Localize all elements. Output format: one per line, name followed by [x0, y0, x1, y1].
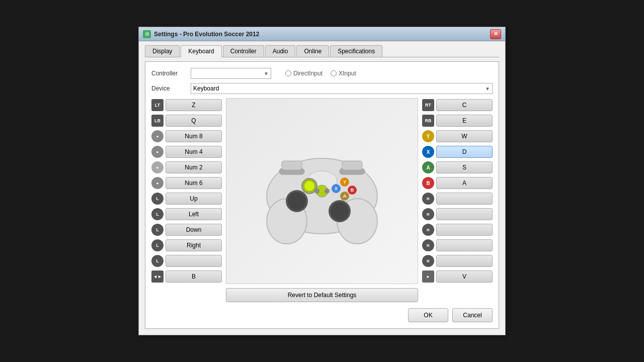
b-row: B A: [422, 176, 493, 190]
xinput-radio[interactable]: [331, 70, 337, 76]
rt-key[interactable]: C: [436, 99, 493, 111]
l-extra-row: L: [151, 254, 222, 268]
lb-icon: LB: [151, 115, 164, 127]
lt-icon: LT: [151, 99, 164, 111]
left-controls: LT Z LB Q ● Num 8 ●: [151, 98, 222, 302]
device-arrow-icon: ▼: [485, 86, 490, 92]
x-key[interactable]: D: [436, 146, 493, 158]
b-icon: B: [422, 177, 434, 189]
l-right-key[interactable]: Right: [166, 239, 222, 251]
title-bar-left: ⚙ Settings - Pro Evolution Soccer 2012: [143, 30, 259, 38]
dpad-key[interactable]: B: [166, 270, 222, 283]
tab-online[interactable]: Online: [296, 45, 329, 57]
l-right-icon: L: [151, 239, 164, 251]
r4-row: R: [422, 238, 493, 252]
controller-svg: X Y B A: [252, 131, 392, 251]
bottom-buttons: OK Cancel: [151, 308, 493, 322]
lt-key[interactable]: Z: [166, 99, 222, 111]
directinput-radio[interactable]: [285, 70, 291, 76]
r1-row: R: [422, 192, 493, 206]
ls-right-icon: ●: [151, 177, 164, 189]
a-row: A S: [422, 160, 493, 174]
l-up-key[interactable]: Up: [166, 193, 222, 205]
tab-keyboard[interactable]: Keyboard: [181, 45, 221, 57]
svg-point-10: [304, 181, 314, 191]
svg-text:Y: Y: [343, 179, 346, 185]
r2-key[interactable]: [436, 208, 493, 220]
dpad-icon: ◄►: [151, 270, 164, 283]
tab-display[interactable]: Display: [145, 45, 180, 57]
settings-window: ⚙ Settings - Pro Evolution Soccer 2012 ✕…: [138, 27, 506, 335]
l-left-row: L Left: [151, 207, 222, 221]
x-row: X D: [422, 145, 493, 159]
lb-key[interactable]: Q: [166, 115, 222, 127]
directinput-option[interactable]: DirectInput: [285, 70, 323, 77]
l-extra-key[interactable]: [166, 255, 222, 267]
tab-audio[interactable]: Audio: [265, 45, 296, 57]
device-dropdown[interactable]: Keyboard ▼: [191, 83, 493, 94]
r2-icon: R: [422, 208, 434, 220]
r2-row: R: [422, 207, 493, 221]
l-down-key[interactable]: Down: [166, 224, 222, 236]
l-left-icon: L: [151, 208, 164, 220]
ls-right-row: ● Num 6: [151, 176, 222, 190]
title-bar: ⚙ Settings - Pro Evolution Soccer 2012 ✕: [139, 27, 505, 41]
r1-key[interactable]: [436, 193, 493, 205]
window-title: Settings - Pro Evolution Soccer 2012: [154, 31, 259, 38]
window-content: Display Keyboard Controller Audio Online…: [139, 41, 505, 335]
svg-text:A: A: [343, 194, 347, 199]
a-key[interactable]: S: [436, 161, 493, 173]
cancel-button[interactable]: Cancel: [452, 308, 493, 322]
device-value: Keyboard: [193, 85, 219, 92]
y-key[interactable]: W: [436, 130, 493, 142]
tab-controller[interactable]: Controller: [223, 45, 264, 57]
xinput-option[interactable]: XInput: [331, 70, 356, 77]
close-button[interactable]: ✕: [490, 29, 501, 39]
ls-left-key[interactable]: Num 4: [166, 146, 222, 158]
ls-left-row: ● Num 4: [151, 145, 222, 159]
rb-key[interactable]: E: [436, 115, 493, 127]
input-type-group: DirectInput XInput: [285, 70, 356, 77]
rshoulder-icon: ►: [422, 270, 434, 283]
controller-label: Controller: [151, 70, 187, 77]
l-up-row: L Up: [151, 192, 222, 206]
device-row: Device Keyboard ▼: [151, 83, 493, 94]
rshoulder-key[interactable]: V: [436, 270, 493, 283]
r4-key[interactable]: [436, 239, 493, 251]
tab-specifications[interactable]: Specifications: [330, 45, 382, 57]
svg-rect-23: [342, 161, 362, 170]
ok-button[interactable]: OK: [408, 308, 448, 322]
rt-icon: RT: [422, 99, 434, 111]
directinput-label: DirectInput: [293, 70, 323, 77]
svg-text:B: B: [351, 188, 354, 193]
r5-row: R: [422, 254, 493, 268]
mapping-area: LT Z LB Q ● Num 8 ●: [151, 98, 493, 302]
ls-down-key[interactable]: Num 2: [166, 161, 222, 173]
l-extra-icon: L: [151, 255, 164, 267]
rb-icon: RB: [422, 115, 434, 127]
ls-right-key[interactable]: Num 6: [166, 177, 222, 189]
r3-key[interactable]: [436, 224, 493, 236]
l-left-key[interactable]: Left: [166, 208, 222, 220]
ls-down-row: ● Num 2: [151, 160, 222, 174]
r5-key[interactable]: [436, 255, 493, 267]
y-row: Y W: [422, 129, 493, 143]
r1-icon: R: [422, 193, 434, 205]
center-area: X Y B A: [226, 98, 418, 302]
controller-image: X Y B A: [226, 98, 418, 284]
device-label: Device: [151, 85, 187, 92]
revert-button[interactable]: Revert to Default Settings: [226, 288, 418, 302]
right-controls: RT C RB E Y W X D: [422, 98, 493, 302]
ls-up-key[interactable]: Num 8: [166, 130, 222, 142]
svg-rect-22: [282, 161, 302, 170]
l-down-row: L Down: [151, 223, 222, 237]
b-key[interactable]: A: [436, 177, 493, 189]
x-icon: X: [422, 146, 434, 158]
svg-text:X: X: [335, 186, 338, 191]
r5-icon: R: [422, 255, 434, 267]
ls-left-icon: ●: [151, 146, 164, 158]
controller-dropdown[interactable]: ▼: [191, 68, 271, 79]
rshoulder-row: ► V: [422, 269, 493, 284]
svg-point-7: [331, 202, 349, 220]
lt-row: LT Z: [151, 98, 222, 112]
